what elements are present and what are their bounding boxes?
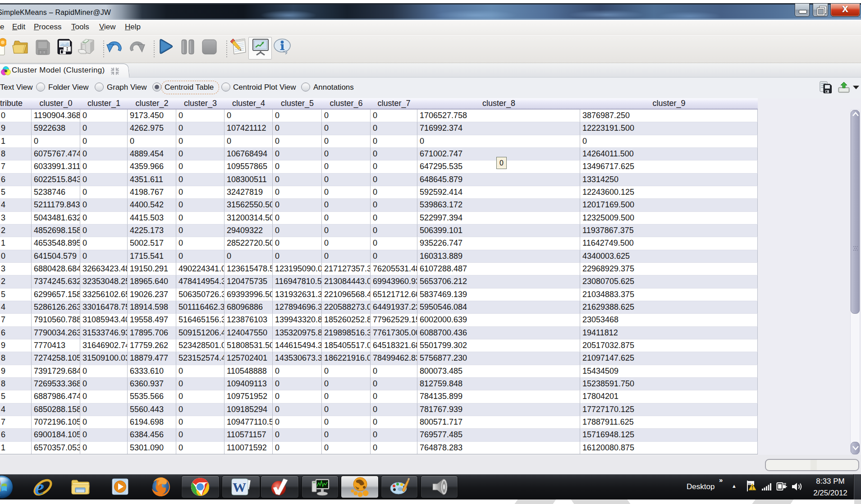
svg-text:e: e: [35, 475, 44, 499]
svg-text:W: W: [233, 480, 246, 495]
